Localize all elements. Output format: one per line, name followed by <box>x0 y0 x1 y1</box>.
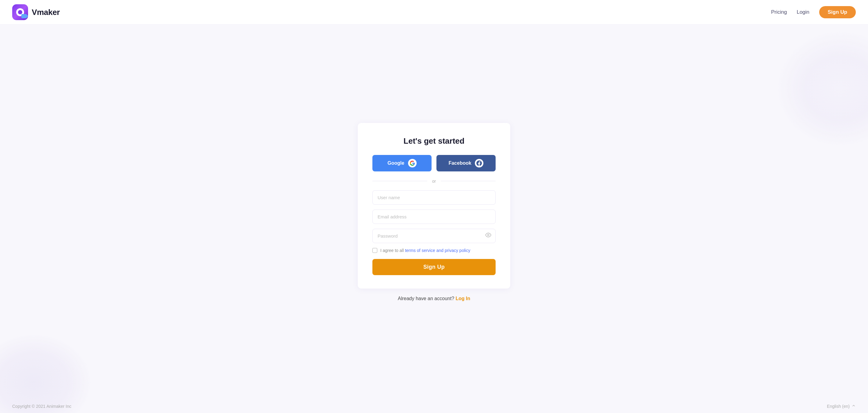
username-field <box>372 190 496 205</box>
divider-line-left <box>372 181 427 181</box>
terms-text: I agree to all terms of service and priv… <box>380 248 470 253</box>
login-link-nav[interactable]: Login <box>797 9 809 15</box>
google-button-label: Google <box>388 160 404 166</box>
nav-signup-button[interactable]: Sign Up <box>819 6 856 18</box>
logo-text: Vmaker <box>32 8 60 17</box>
eye-icon[interactable] <box>485 232 491 240</box>
username-input[interactable] <box>372 190 496 205</box>
navbar: Vmaker Pricing Login Sign Up <box>0 0 868 25</box>
pricing-link[interactable]: Pricing <box>771 9 787 15</box>
password-field <box>372 229 496 243</box>
chevron-up-icon <box>851 404 856 409</box>
terms-row: I agree to all terms of service and priv… <box>372 248 496 253</box>
nav-links: Pricing Login Sign Up <box>771 6 856 18</box>
google-button[interactable]: Google <box>372 155 432 171</box>
footer-copyright: Copyright © 2021 Animaker Inc <box>12 404 71 409</box>
logo-area: Vmaker <box>12 4 60 20</box>
svg-point-0 <box>488 234 489 236</box>
facebook-button[interactable]: Facebook <box>436 155 496 171</box>
facebook-icon <box>475 159 484 167</box>
password-input[interactable] <box>372 229 496 243</box>
terms-checkbox[interactable] <box>372 248 377 253</box>
divider-text: or <box>432 179 436 184</box>
footer-language[interactable]: English (en) <box>827 404 856 409</box>
email-field <box>372 210 496 224</box>
facebook-button-label: Facebook <box>448 160 471 166</box>
email-input[interactable] <box>372 210 496 224</box>
footer: Copyright © 2021 Animaker Inc English (e… <box>0 399 868 413</box>
log-in-link[interactable]: Log In <box>454 296 470 301</box>
password-wrapper <box>372 229 496 243</box>
google-icon <box>408 159 416 167</box>
terms-link[interactable]: terms of service and privacy policy <box>405 248 470 253</box>
signup-card: Let's get started Google Facebook <box>358 123 510 289</box>
divider-line-right <box>441 181 496 181</box>
social-buttons: Google Facebook <box>372 155 496 171</box>
camera-decoration <box>21 14 27 18</box>
card-title: Let's get started <box>372 136 496 146</box>
already-account: Already have an account? Log In <box>398 296 470 301</box>
signup-button[interactable]: Sign Up <box>372 259 496 275</box>
logo-icon <box>12 4 28 20</box>
or-divider: or <box>372 179 496 184</box>
main-content: Let's get started Google Facebook <box>0 25 868 399</box>
